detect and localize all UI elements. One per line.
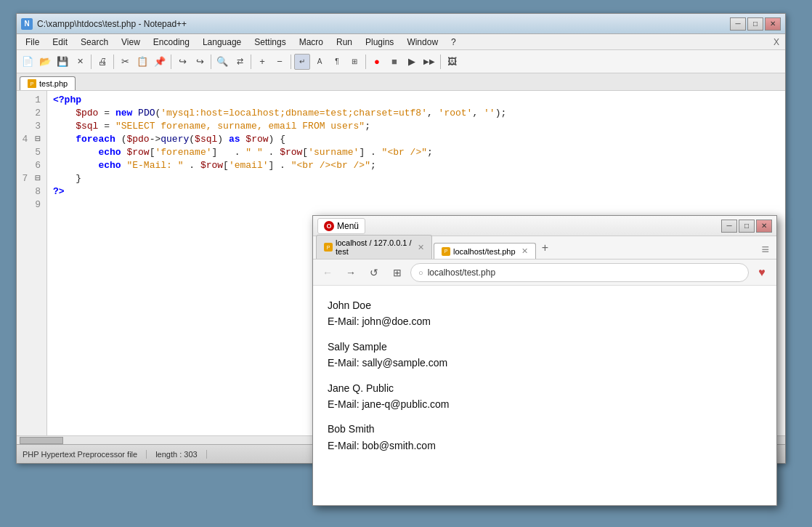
menu-encoding[interactable]: Encoding (147, 36, 195, 49)
tb-wrap-button[interactable]: ↵ (294, 54, 310, 70)
opera-menu-label: Menü (337, 221, 359, 231)
tb-undo-button[interactable]: ↩ (174, 54, 190, 70)
tb-redo-button[interactable]: ↪ (192, 54, 208, 70)
opera-titlebar: O Menü ─ □ ✕ (313, 216, 776, 236)
npp-tabbar: P test.php (17, 73, 785, 91)
tb-print-button[interactable]: 🖨 (94, 54, 110, 70)
tb-save-button[interactable]: 💾 (54, 54, 70, 70)
npp-close-button[interactable]: ✕ (765, 17, 781, 31)
menu-language[interactable]: Language (197, 36, 247, 49)
menu-edit[interactable]: Edit (46, 36, 73, 49)
tb-sep-6 (291, 55, 291, 69)
tb-sep-4 (211, 55, 211, 69)
person-2-block: Jane Q. Public E-Mail: jane-q@public.com (328, 380, 762, 413)
tb-zoomout-button[interactable]: − (272, 54, 288, 70)
fold-4[interactable]: ⊟ (33, 133, 41, 146)
opera-logo-icon: O (324, 221, 334, 231)
npp-maximize-button[interactable]: □ (747, 17, 763, 31)
line-1: 1 (17, 94, 46, 107)
menu-settings[interactable]: Settings (248, 36, 291, 49)
person-2-email: E-Mail: jane-q@public.com (328, 396, 762, 412)
menu-file[interactable]: File (20, 36, 45, 49)
tb-replace-button[interactable]: ⇄ (232, 54, 248, 70)
tb-record-button[interactable]: ● (369, 54, 385, 70)
tb-btn-a[interactable]: A (312, 54, 328, 70)
line-numbers: 1 2 3 4 ⊟ 5 6 7 ⊟ 8 9 (17, 91, 47, 444)
npp-tab-testphp[interactable]: P test.php (20, 76, 76, 90)
opera-window-controls: ─ □ ✕ (721, 220, 772, 233)
tb-btn-b[interactable]: ¶ (329, 54, 345, 70)
opera-addressbar[interactable]: ○ localhost/test.php (410, 263, 749, 282)
person-3-block: Bob Smith E-Mail: bob@smith.com (328, 421, 762, 454)
opera-tab-1-close[interactable]: ✕ (521, 246, 528, 256)
opera-tab-1-icon: P (442, 247, 450, 256)
menu-plugins[interactable]: Plugins (360, 36, 399, 49)
person-3-email: E-Mail: bob@smith.com (328, 438, 762, 454)
person-1-block: Sally Sample E-Mail: sally@sample.com (328, 339, 762, 371)
person-0-email: E-Mail: john@doe.com (328, 313, 762, 329)
opera-toolbar: ← → ↺ ⊞ ○ localhost/test.php ♥ (313, 260, 776, 286)
tb-paste-button[interactable]: 📌 (152, 54, 168, 70)
opera-close-button[interactable]: ✕ (756, 220, 772, 233)
tb-sep-3 (171, 55, 171, 69)
line-8: 8 (17, 185, 46, 198)
tb-play-button[interactable]: ▶ (404, 54, 420, 70)
menu-help[interactable]: ? (445, 36, 462, 49)
opera-tab-0-close[interactable]: ✕ (418, 243, 424, 252)
tb-cut-button[interactable]: ✂ (117, 54, 133, 70)
opera-tab-0[interactable]: P localhost / 127.0.0.1 / test ✕ (316, 235, 432, 259)
menu-macro[interactable]: Macro (293, 36, 329, 49)
npp-app-icon: N (21, 18, 33, 30)
fold-7[interactable]: ⊟ (33, 172, 41, 185)
php-file-icon: P (28, 79, 36, 88)
tb-zoomin-button[interactable]: + (254, 54, 270, 70)
person-1-name: Sally Sample (328, 339, 762, 355)
opera-back-button[interactable]: ← (317, 262, 338, 283)
tb-sep-7 (365, 55, 366, 69)
menu-run[interactable]: Run (330, 36, 358, 49)
npp-toolbar: 📄 📂 💾 ✕ 🖨 ✂ 📋 📌 ↩ ↪ 🔍 ⇄ + − ↵ A ¶ ⊞ ● ■ … (17, 50, 785, 73)
tb-btn-c[interactable]: ⊞ (346, 54, 362, 70)
opera-tab-stack-button[interactable]: ≡ (757, 242, 774, 257)
line-5: 5 (17, 146, 46, 159)
opera-forward-button[interactable]: → (341, 262, 361, 283)
opera-tab-0-label: localhost / 127.0.0.1 / test (336, 238, 412, 256)
opera-favorite-button[interactable]: ♥ (752, 262, 772, 283)
opera-address-text: localhost/test.php (428, 267, 495, 278)
npp-tab-label: test.php (39, 79, 68, 88)
npp-window-controls: ─ □ ✕ (730, 17, 781, 31)
opera-maximize-button[interactable]: □ (739, 220, 755, 233)
opera-refresh-button[interactable]: ↺ (364, 262, 384, 283)
menu-view[interactable]: View (115, 36, 146, 49)
menu-search[interactable]: Search (75, 36, 114, 49)
status-length: length : 303 (155, 450, 207, 459)
npp-titlebar-left: N C:\xampp\htdocs\test.php - Notepad++ (21, 18, 187, 30)
opera-address-globe-icon: ○ (418, 268, 423, 277)
opera-tab-1[interactable]: P localhost/test.php ✕ (434, 243, 536, 259)
tb-stop-button[interactable]: ■ (386, 54, 402, 70)
person-2-name: Jane Q. Public (328, 380, 762, 396)
tb-new-button[interactable]: 📄 (20, 54, 36, 70)
tb-sep-5 (251, 55, 251, 69)
npp-minimize-button[interactable]: ─ (730, 17, 746, 31)
tb-copy-button[interactable]: 📋 (134, 54, 150, 70)
line-6: 6 (17, 159, 46, 172)
opera-new-tab-button[interactable]: + (537, 241, 553, 254)
menu-window[interactable]: Window (401, 36, 444, 49)
opera-tabbar: P localhost / 127.0.0.1 / test ✕ P local… (313, 236, 776, 260)
opera-tabs-button[interactable]: ⊞ (387, 262, 407, 283)
tb-sep-8 (440, 55, 441, 69)
line-7: 7 ⊟ (17, 172, 46, 185)
tb-extra-button[interactable]: 🖼 (444, 54, 460, 70)
tb-sep-1 (91, 55, 92, 69)
tb-open-button[interactable]: 📂 (37, 54, 53, 70)
tb-close-button[interactable]: ✕ (72, 54, 88, 70)
hscroll-thumb[interactable] (20, 437, 63, 444)
opera-minimize-button[interactable]: ─ (721, 220, 737, 233)
npp-titlebar: N C:\xampp\htdocs\test.php - Notepad++ ─… (17, 14, 785, 34)
menu-close-x[interactable]: X (774, 37, 782, 47)
opera-tab-0-icon: P (324, 243, 333, 252)
tb-savemacro-button[interactable]: ▶▶ (421, 54, 437, 70)
opera-menu-button[interactable]: O Menü (317, 218, 365, 234)
tb-find-button[interactable]: 🔍 (214, 54, 230, 70)
